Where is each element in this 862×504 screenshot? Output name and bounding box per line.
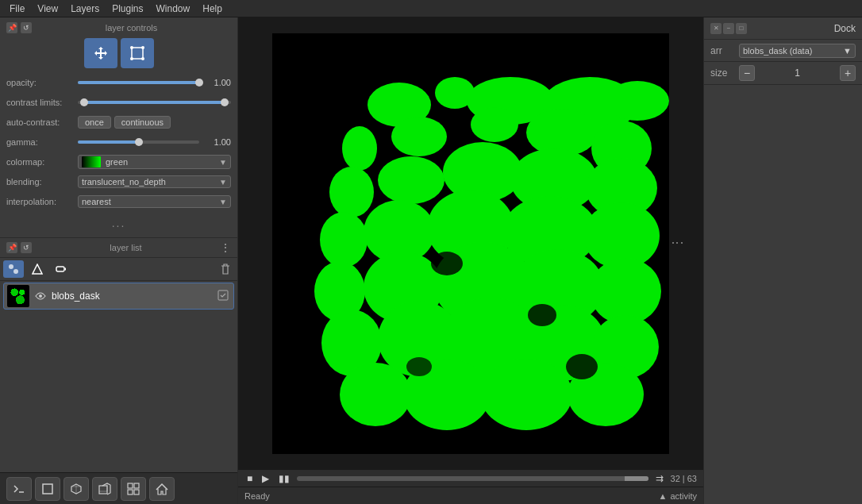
- contrast-row: contrast limits:: [6, 94, 231, 110]
- svg-point-29: [378, 156, 444, 204]
- go-start-button[interactable]: ■: [244, 473, 255, 484]
- menu-plugins[interactable]: Plugins: [106, 2, 149, 16]
- shapes-tool-button[interactable]: [27, 260, 48, 278]
- dock-arr-dropdown-arrow: ▼: [843, 46, 852, 56]
- delete-layer-button[interactable]: [217, 262, 234, 276]
- interpolation-label: interpolation:: [6, 197, 78, 206]
- svg-rect-13: [128, 483, 133, 488]
- menu-view[interactable]: View: [31, 2, 64, 16]
- svg-rect-11: [43, 484, 52, 494]
- layer-visibility-toggle[interactable]: [34, 290, 47, 302]
- blob-visualization: [272, 33, 669, 454]
- stepper-decrement-button[interactable]: −: [739, 65, 755, 81]
- layer-thumb-visual: [9, 287, 28, 306]
- dock-title: Dock: [834, 23, 856, 34]
- 3d-button[interactable]: [63, 477, 89, 501]
- layer-refresh-icon[interactable]: ↺: [21, 242, 32, 253]
- home-button[interactable]: [149, 477, 175, 501]
- svg-point-55: [566, 354, 598, 379]
- menu-window[interactable]: Window: [150, 2, 197, 16]
- layer-pin-icon[interactable]: 📌: [6, 242, 17, 253]
- auto-contrast-label: auto-contrast:: [6, 117, 78, 127]
- colormap-swatch: [82, 156, 101, 167]
- loop-button[interactable]: ⇉: [653, 473, 666, 484]
- svg-point-54: [406, 357, 432, 376]
- svg-rect-15: [128, 490, 133, 494]
- menu-layers[interactable]: Layers: [64, 2, 106, 16]
- play-button[interactable]: ▶: [260, 473, 271, 484]
- svg-point-3: [130, 57, 133, 60]
- timeline-slider[interactable]: [297, 476, 648, 481]
- left-panel: 📌 ↺ layer controls: [0, 17, 238, 504]
- dock-close-button[interactable]: ✕: [710, 23, 722, 34]
- svg-point-22: [606, 81, 669, 121]
- svg-point-24: [391, 117, 447, 156]
- colormap-label: colormap:: [6, 157, 78, 167]
- blending-row: blending: translucent_no_depth ▼: [6, 174, 231, 190]
- opacity-slider[interactable]: [78, 77, 199, 88]
- svg-point-23: [342, 126, 377, 171]
- right-panel: ✕ − □ Dock arr blobs_dask (data) ▼ size …: [703, 17, 862, 504]
- svg-point-42: [590, 258, 661, 325]
- transform-button[interactable]: [121, 38, 154, 68]
- points-tool-button[interactable]: [3, 260, 24, 278]
- blending-select[interactable]: translucent_no_depth ▼: [78, 175, 231, 188]
- dock-size-label: size: [710, 67, 739, 79]
- stepper-increment-button[interactable]: +: [840, 65, 856, 81]
- svg-rect-0: [132, 48, 143, 59]
- layer-controls: 📌 ↺ layer controls: [0, 17, 237, 238]
- go-end-button[interactable]: ▮▮: [276, 473, 292, 484]
- layer-item[interactable]: blobs_dask: [3, 283, 234, 310]
- interpolation-row: interpolation: nearest ▼: [6, 194, 231, 210]
- layer-thumbnail: [7, 285, 29, 307]
- dock-float-button[interactable]: □: [736, 23, 747, 34]
- auto-continuous-button[interactable]: continuous: [114, 116, 171, 129]
- status-bar: Ready ▲ activity: [238, 487, 703, 504]
- svg-point-48: [340, 363, 411, 426]
- activity-label: activity: [670, 491, 697, 501]
- layer-convert-icon[interactable]: [217, 290, 230, 302]
- frame-info: 32 | 63: [671, 474, 697, 483]
- square-button[interactable]: [35, 477, 60, 501]
- pin-icon[interactable]: 📌: [6, 22, 17, 33]
- console-button[interactable]: [6, 477, 32, 501]
- chevron-up-icon: ▲: [658, 491, 667, 501]
- grid-button[interactable]: [121, 477, 146, 501]
- dock-arr-select[interactable]: blobs_dask (data) ▼: [739, 44, 856, 58]
- dock-arr-row: arr blobs_dask (data) ▼: [704, 40, 862, 62]
- svg-point-33: [320, 212, 368, 267]
- menu-file[interactable]: File: [3, 2, 31, 16]
- gamma-row: gamma: 1.00: [6, 134, 231, 150]
- layer-list-options-icon[interactable]: ⋮: [220, 241, 231, 254]
- activity-button[interactable]: ▲ activity: [658, 491, 697, 501]
- layer-list: 📌 ↺ layer list ⋮: [0, 238, 237, 472]
- blending-value: translucent_no_depth: [82, 177, 166, 187]
- labels-tool-button[interactable]: [51, 260, 71, 278]
- opacity-value: 1.00: [202, 78, 231, 87]
- layer-list-header-icons: 📌 ↺: [6, 242, 32, 253]
- svg-rect-12: [99, 486, 107, 494]
- box-button[interactable]: [92, 477, 117, 501]
- colormap-dropdown-arrow: ▼: [219, 158, 227, 167]
- svg-point-25: [471, 107, 518, 142]
- opacity-label: opacity:: [6, 78, 78, 87]
- move-button[interactable]: [84, 38, 117, 68]
- svg-point-1: [130, 46, 133, 49]
- status-ready: Ready: [244, 491, 270, 501]
- canvas-context-menu[interactable]: ⋮: [670, 237, 685, 251]
- svg-rect-16: [134, 490, 139, 494]
- dock-minimize-button[interactable]: −: [723, 23, 734, 34]
- canvas-viewport[interactable]: ⋮: [238, 17, 703, 469]
- gamma-slider[interactable]: [78, 137, 199, 148]
- colormap-select[interactable]: green ▼: [78, 155, 231, 169]
- menu-help[interactable]: Help: [196, 2, 229, 16]
- dock-arr-value: blobs_dask (data): [743, 46, 812, 56]
- interpolation-select[interactable]: nearest ▼: [78, 195, 231, 208]
- more-options[interactable]: ...: [6, 214, 231, 233]
- blending-label: blending:: [6, 177, 78, 187]
- auto-once-button[interactable]: once: [78, 116, 111, 129]
- refresh-icon[interactable]: ↺: [21, 22, 32, 33]
- contrast-slider[interactable]: [78, 97, 231, 108]
- layer-list-controls: [0, 258, 237, 281]
- colormap-text: green: [106, 157, 219, 167]
